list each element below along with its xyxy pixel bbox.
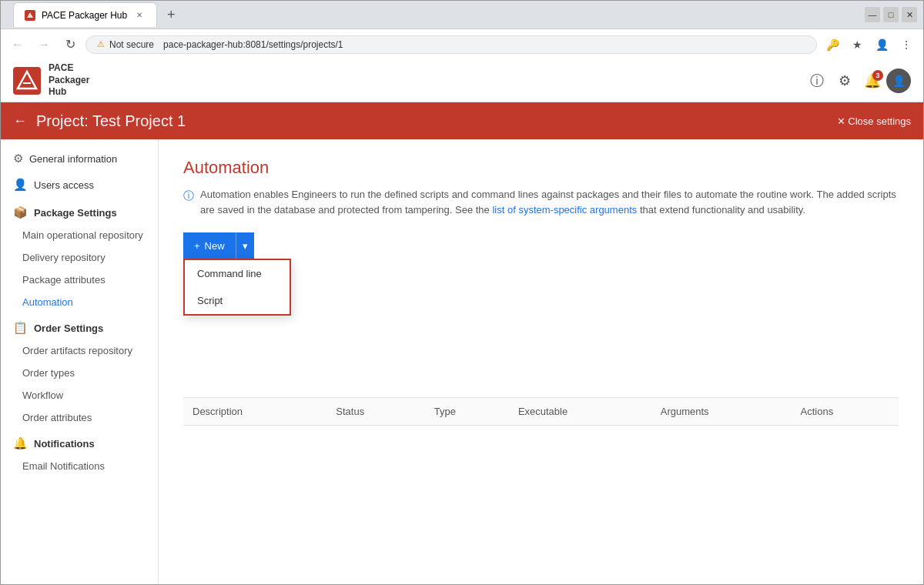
- project-title: Project: Test Project 1: [36, 112, 837, 130]
- new-button-group: + New ▾: [183, 232, 254, 259]
- sidebar-users-label: Users access: [34, 179, 94, 191]
- sidebar-notifications-header: 🔔 Notifications: [1, 429, 158, 455]
- new-dropdown-menu: Command line Script: [183, 259, 291, 316]
- sidebar-item-users-access[interactable]: 👤 Users access: [1, 172, 158, 198]
- sidebar-item-order-artifacts-repo[interactable]: Order artifacts repository: [1, 339, 158, 362]
- url-text: pace-packager-hub:8081/settings/projects…: [163, 39, 343, 50]
- menu-button[interactable]: ⋮: [896, 34, 917, 55]
- new-button-label: New: [205, 240, 225, 252]
- app-container: PACE Packager Hub ⓘ ⚙ 🔔 3 👤 ← Project: T…: [1, 59, 923, 584]
- app-header: PACE Packager Hub ⓘ ⚙ 🔔 3 👤: [1, 59, 923, 102]
- system-args-link[interactable]: list of system-specific arguments: [492, 204, 637, 216]
- reload-button[interactable]: ↻: [59, 34, 81, 55]
- general-info-icon: ⚙: [13, 152, 23, 165]
- active-tab[interactable]: PACE Packager Hub ✕: [13, 2, 157, 27]
- forward-button[interactable]: →: [33, 34, 55, 55]
- col-type: Type: [425, 398, 509, 426]
- automation-table: Description Status Type Executable Argum…: [183, 397, 899, 426]
- profile-button[interactable]: 👤: [871, 34, 892, 55]
- help-button[interactable]: ⓘ: [803, 67, 831, 95]
- sidebar-item-email-notifications[interactable]: Email Notifications: [1, 455, 158, 477]
- order-icon: 📋: [13, 321, 28, 335]
- user-avatar[interactable]: 👤: [886, 69, 911, 93]
- package-icon: 📦: [13, 206, 28, 219]
- sidebar-item-order-attributes[interactable]: Order attributes: [1, 406, 158, 429]
- dropdown-item-command-line[interactable]: Command line: [185, 260, 290, 287]
- col-status: Status: [326, 398, 424, 426]
- sidebar-item-automation[interactable]: Automation: [1, 291, 158, 313]
- not-secure-label: Not secure: [109, 39, 154, 50]
- sidebar-package-settings-header: 📦 Package Settings: [1, 198, 158, 224]
- close-settings-button[interactable]: ✕ Close settings: [837, 115, 911, 127]
- settings-button[interactable]: ⚙: [831, 67, 859, 95]
- sidebar-order-settings-header: 📋 Order Settings: [1, 313, 158, 339]
- toolbar: + New ▾ Command line: [183, 232, 899, 259]
- sidebar: ⚙ General information 👤 Users access 📦 P…: [1, 139, 159, 584]
- back-button[interactable]: ←: [7, 34, 28, 55]
- svg-rect-3: [23, 82, 31, 84]
- lock-icon: ⚠: [97, 39, 105, 49]
- back-arrow-icon: ←: [13, 113, 27, 129]
- app-logo: PACE Packager Hub: [13, 62, 89, 99]
- info-box: ⓘ Automation enables Engineers to run th…: [183, 187, 899, 217]
- close-settings-label: ✕ Close settings: [837, 115, 911, 127]
- key-icon-button[interactable]: 🔑: [822, 34, 843, 55]
- users-icon: 👤: [13, 178, 28, 192]
- notifications-button[interactable]: 🔔 3: [859, 67, 886, 95]
- new-dropdown-wrapper: + New ▾ Command line: [183, 232, 254, 259]
- content-area: Automation ⓘ Automation enables Engineer…: [159, 139, 923, 584]
- page-title: Automation: [183, 158, 899, 178]
- sidebar-item-main-operational-repo[interactable]: Main operational repository: [1, 224, 158, 246]
- main-layout: ⚙ General information 👤 Users access 📦 P…: [1, 139, 923, 584]
- back-to-projects-button[interactable]: ←: [13, 113, 27, 129]
- automation-table-container: Description Status Type Executable Argum…: [183, 397, 899, 426]
- tab-favicon: [25, 10, 35, 21]
- info-circle-icon: ⓘ: [183, 188, 194, 204]
- new-dropdown-toggle[interactable]: ▾: [236, 232, 254, 259]
- table-header-row: Description Status Type Executable Argum…: [183, 398, 899, 426]
- new-main-button[interactable]: + New: [183, 232, 236, 259]
- browser-navbar: ← → ↻ ⚠ Not secure pace-packager-hub:808…: [1, 28, 923, 59]
- minimize-button[interactable]: —: [865, 7, 880, 22]
- plus-icon: +: [194, 240, 200, 252]
- browser-window: PACE Packager Hub ✕ + — □ ✕ ← → ↻ ⚠ Not …: [0, 0, 924, 585]
- new-tab-button[interactable]: +: [160, 4, 182, 25]
- sidebar-general-info-label: General information: [29, 153, 117, 165]
- project-header: ← Project: Test Project 1 ✕ Close settin…: [1, 102, 923, 139]
- tab-bar: PACE Packager Hub ✕ +: [7, 2, 860, 28]
- sidebar-item-delivery-repo[interactable]: Delivery repository: [1, 246, 158, 269]
- info-text: Automation enables Engineers to run the …: [200, 187, 899, 217]
- address-bar[interactable]: ⚠ Not secure pace-packager-hub:8081/sett…: [85, 35, 817, 54]
- sidebar-item-package-attributes[interactable]: Package attributes: [1, 269, 158, 291]
- notifications-sidebar-icon: 🔔: [13, 436, 28, 450]
- svg-marker-0: [27, 12, 33, 18]
- dropdown-item-script[interactable]: Script: [185, 287, 290, 314]
- tab-close-button[interactable]: ✕: [133, 9, 146, 22]
- col-description: Description: [183, 398, 326, 426]
- nav-icons: 🔑 ★ 👤 ⋮: [822, 34, 917, 55]
- logo-icon: [13, 67, 41, 95]
- sidebar-item-general-information[interactable]: ⚙ General information: [1, 145, 158, 172]
- col-executable: Executable: [509, 398, 651, 426]
- close-window-button[interactable]: ✕: [902, 7, 917, 22]
- browser-titlebar: PACE Packager Hub ✕ + — □ ✕: [1, 1, 923, 28]
- chevron-down-icon: ▾: [243, 240, 248, 252]
- notification-badge: 3: [872, 70, 883, 81]
- sidebar-item-workflow[interactable]: Workflow: [1, 384, 158, 406]
- maximize-button[interactable]: □: [883, 7, 899, 22]
- sidebar-item-order-types[interactable]: Order types: [1, 362, 158, 384]
- logo-text: PACE Packager Hub: [49, 62, 89, 99]
- col-arguments: Arguments: [651, 398, 792, 426]
- col-actions: Actions: [792, 398, 899, 426]
- tab-title: PACE Packager Hub: [42, 10, 127, 21]
- bookmark-button[interactable]: ★: [846, 34, 868, 55]
- window-controls: — □ ✕: [865, 7, 917, 22]
